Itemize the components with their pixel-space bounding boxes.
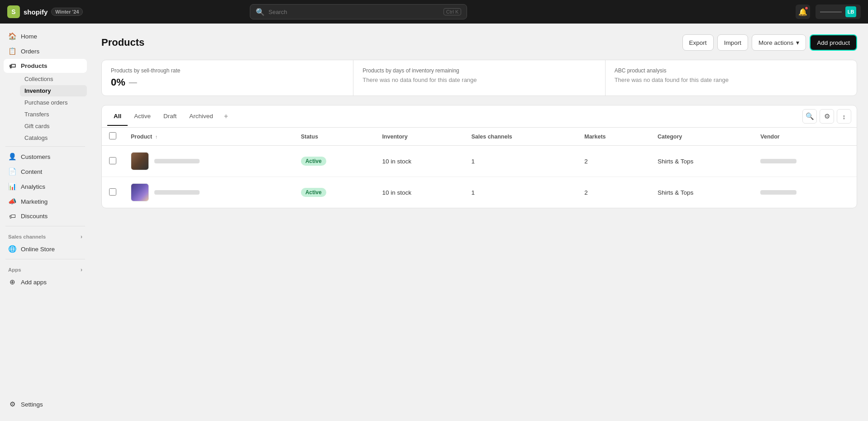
- products-table-card: All Active Draft Archived + 🔍 ⚙ ↕: [101, 105, 857, 208]
- row1-sales-channels-cell: 1: [464, 146, 577, 177]
- sidebar-item-transfers[interactable]: Transfers: [20, 109, 87, 120]
- row1-inventory-cell: 10 in stock: [375, 146, 464, 177]
- product-sort-icon: ↑: [155, 134, 158, 139]
- page-title: Products: [101, 37, 682, 48]
- sidebar-item-home[interactable]: 🏠 Home: [4, 29, 87, 43]
- row1-status-cell: Active: [294, 146, 375, 177]
- sidebar-item-collections[interactable]: Collections: [20, 73, 87, 85]
- table-row[interactable]: Active 10 in stock 1 2 Shirts & Tops: [102, 146, 857, 177]
- analytics-icon: 📊: [8, 182, 16, 191]
- shopify-icon: S: [7, 5, 20, 18]
- orders-icon: 📋: [8, 47, 16, 55]
- more-actions-label: More actions: [758, 39, 793, 46]
- stat-card-sell-through: Products by sell-through rate 0% —: [102, 60, 353, 96]
- stat-days-inventory-no-data: There was no data found for this date ra…: [362, 77, 596, 83]
- sidebar-item-purchase-orders[interactable]: Purchase orders: [20, 97, 87, 108]
- row1-checkbox-cell: [102, 146, 124, 177]
- stat-abc-label: ABC product analysis: [615, 67, 848, 74]
- sort-icon: ↕: [842, 113, 846, 120]
- sidebar-item-settings[interactable]: ⚙ Settings: [4, 397, 87, 411]
- row2-status-badge: Active: [301, 188, 326, 197]
- tab-all[interactable]: All: [107, 107, 128, 126]
- row2-checkbox[interactable]: [109, 188, 116, 196]
- shopify-logo[interactable]: S shopify Winter '24: [7, 5, 83, 18]
- row2-product: [131, 183, 286, 201]
- table-row[interactable]: Active 10 in stock 1 2 Shirts & Tops: [102, 177, 857, 208]
- filter-button[interactable]: ⚙: [820, 109, 834, 124]
- content-icon: 📄: [8, 167, 16, 176]
- col-status: Status: [294, 128, 375, 146]
- add-apps-label: Add apps: [21, 279, 47, 286]
- add-tab-button[interactable]: +: [219, 108, 233, 125]
- sidebar-item-analytics[interactable]: 📊 Analytics: [4, 179, 87, 194]
- filter-icon: ⚙: [824, 112, 830, 120]
- catalogs-label: Catalogs: [24, 134, 48, 141]
- row1-markets-cell: 2: [577, 146, 650, 177]
- sidebar-item-online-store[interactable]: 🌐 Online Store: [4, 242, 87, 256]
- products-submenu: Collections Inventory Purchase orders Tr…: [4, 73, 87, 144]
- search-table-button[interactable]: 🔍: [802, 109, 817, 124]
- row1-product-thumbnail: [131, 152, 149, 170]
- row2-product-thumbnail: [131, 183, 149, 201]
- col-sales-channels: Sales channels: [464, 128, 577, 146]
- select-all-checkbox[interactable]: [109, 132, 116, 139]
- row2-thumb-image: [131, 184, 148, 201]
- sidebar-label-analytics: Analytics: [21, 183, 45, 190]
- notification-button[interactable]: 🔔: [796, 5, 810, 19]
- sidebar-label-products: Products: [21, 62, 48, 69]
- row1-vendor-cell: [753, 146, 857, 177]
- stat-days-inventory-label: Products by days of inventory remaining: [362, 67, 596, 74]
- online-store-icon: 🌐: [8, 245, 16, 253]
- products-icon: 🏷: [8, 62, 16, 70]
- row1-vendor-bar: [760, 159, 796, 163]
- row1-product-name: [154, 159, 200, 163]
- sidebar-label-marketing: Marketing: [21, 198, 48, 205]
- topnav-right: 🔔 ———— LB: [796, 5, 861, 19]
- apps-label: Apps: [8, 267, 21, 273]
- search-table-icon: 🔍: [806, 112, 814, 120]
- col-product[interactable]: Product ↑: [124, 128, 294, 146]
- user-menu[interactable]: ———— LB: [816, 5, 861, 19]
- search-input[interactable]: [268, 9, 440, 15]
- stat-sell-through-value: 0% —: [111, 77, 344, 88]
- sidebar-label-discounts: Discounts: [21, 213, 48, 220]
- row2-sales-channels-cell: 1: [464, 177, 577, 208]
- sidebar-item-inventory[interactable]: Inventory: [20, 85, 87, 96]
- row2-product-name: [154, 190, 200, 195]
- sidebar-item-orders[interactable]: 📋 Orders: [4, 44, 87, 58]
- sidebar-item-content[interactable]: 📄 Content: [4, 164, 87, 179]
- gift-cards-label: Gift cards: [24, 123, 50, 129]
- col-markets: Markets: [577, 128, 650, 146]
- tab-draft[interactable]: Draft: [157, 107, 183, 126]
- sidebar-item-products[interactable]: 🏷 Products: [4, 59, 87, 73]
- sort-button[interactable]: ↕: [837, 109, 851, 124]
- more-actions-button[interactable]: More actions ▾: [752, 34, 806, 51]
- customers-icon: 👤: [8, 153, 16, 161]
- import-button[interactable]: Import: [717, 34, 748, 51]
- row2-vendor-cell: [753, 177, 857, 208]
- transfers-label: Transfers: [24, 111, 49, 118]
- purchase-orders-label: Purchase orders: [24, 99, 67, 106]
- sidebar-item-add-apps[interactable]: ⊕ Add apps: [4, 275, 87, 289]
- add-product-button[interactable]: Add product: [810, 34, 857, 51]
- sidebar-item-discounts[interactable]: 🏷 Discounts: [4, 209, 87, 223]
- row2-product-cell: [124, 177, 294, 208]
- sales-channels-expand-icon[interactable]: ›: [81, 234, 82, 240]
- sidebar-item-marketing[interactable]: 📣 Marketing: [4, 194, 87, 209]
- stat-card-abc-analysis: ABC product analysis There was no data f…: [606, 60, 857, 96]
- tab-archived[interactable]: Archived: [183, 107, 219, 126]
- row1-category-cell: Shirts & Tops: [650, 146, 753, 177]
- online-store-label: Online Store: [21, 246, 55, 253]
- apps-expand-icon[interactable]: ›: [81, 267, 82, 273]
- sidebar-item-catalogs[interactable]: Catalogs: [20, 132, 87, 144]
- store-name-text: ————: [820, 9, 842, 15]
- sidebar-item-gift-cards[interactable]: Gift cards: [20, 120, 87, 132]
- main-content: Products Export Import More actions ▾ Ad…: [91, 24, 868, 421]
- tab-active[interactable]: Active: [128, 107, 157, 126]
- export-button[interactable]: Export: [682, 34, 714, 51]
- divider-2: [5, 226, 85, 226]
- sidebar-item-customers[interactable]: 👤 Customers: [4, 149, 87, 164]
- settings-icon: ⚙: [8, 400, 16, 408]
- search-bar[interactable]: 🔍 Ctrl K: [250, 4, 467, 19]
- row1-checkbox[interactable]: [109, 157, 116, 164]
